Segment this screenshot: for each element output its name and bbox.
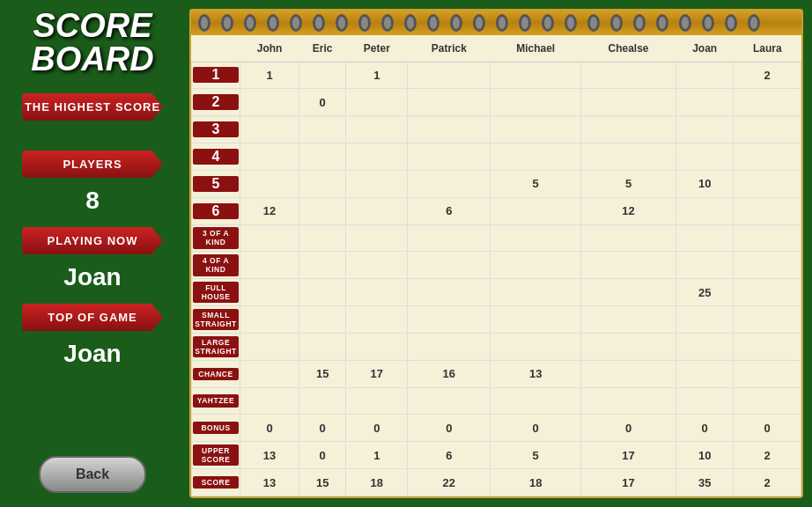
score-cell bbox=[581, 143, 676, 171]
ring-22 bbox=[679, 14, 691, 32]
ring-8 bbox=[358, 14, 371, 32]
score-cell bbox=[734, 224, 801, 252]
ring-2 bbox=[221, 14, 233, 32]
score-cell bbox=[346, 279, 408, 306]
score-cell bbox=[408, 279, 491, 306]
score-cell bbox=[675, 360, 734, 387]
score-cell bbox=[491, 89, 581, 116]
table-row: BONUS00000000 bbox=[192, 415, 801, 442]
score-cell bbox=[734, 387, 801, 415]
score-cell bbox=[299, 143, 346, 171]
ring-15 bbox=[519, 14, 531, 32]
score-cell bbox=[581, 360, 676, 387]
table-row: SCORE131518221817352 bbox=[192, 469, 801, 496]
score-cell: 5 bbox=[491, 442, 581, 469]
score-cell: 10 bbox=[675, 170, 734, 197]
table-row: 3 OF A KIND bbox=[192, 224, 801, 252]
score-cell bbox=[675, 387, 734, 415]
score-cell: 0 bbox=[734, 415, 801, 442]
score-cell: 12 bbox=[240, 197, 299, 224]
score-cell bbox=[734, 197, 801, 224]
score-cell bbox=[240, 170, 299, 197]
score-cell bbox=[299, 224, 346, 252]
score-cell bbox=[675, 197, 734, 224]
col-header-chealse: Chealse bbox=[581, 35, 676, 62]
score-table-container: JohnEricPeterPatrickMichaelChealseJoanLa… bbox=[191, 35, 801, 496]
players-button[interactable]: PLAYERS bbox=[22, 151, 163, 178]
ring-21 bbox=[656, 14, 668, 32]
col-header-joan: Joan bbox=[675, 35, 734, 62]
score-cell bbox=[734, 252, 801, 279]
players-value: 8 bbox=[85, 187, 100, 215]
score-cell: 1 bbox=[346, 62, 408, 89]
score-cell: 17 bbox=[346, 360, 408, 387]
score-cell: 6 bbox=[408, 197, 491, 224]
top-of-game-button[interactable]: TOP OF GAME bbox=[22, 304, 163, 331]
ring-16 bbox=[542, 14, 554, 32]
ring-23 bbox=[702, 14, 714, 32]
score-cell: 17 bbox=[581, 469, 676, 496]
row-label-cell: 6 bbox=[192, 197, 240, 224]
row-label: BONUS bbox=[193, 422, 239, 434]
score-cell bbox=[240, 387, 299, 415]
row-label-cell: CHANCE bbox=[192, 360, 240, 387]
score-cell bbox=[346, 116, 408, 143]
col-header-michael: Michael bbox=[491, 35, 581, 62]
score-cell bbox=[408, 170, 491, 197]
ring-1 bbox=[198, 14, 210, 32]
row-label: 4 OF A KIND bbox=[193, 254, 239, 276]
score-cell bbox=[408, 143, 491, 171]
score-cell bbox=[240, 89, 299, 116]
score-cell bbox=[581, 89, 676, 116]
ring-12 bbox=[450, 14, 462, 32]
back-button[interactable]: Back bbox=[39, 456, 146, 493]
playing-now-button[interactable]: PLAYING NOW bbox=[22, 227, 163, 254]
score-cell bbox=[734, 116, 801, 143]
row-label-cell: 5 bbox=[192, 170, 240, 197]
score-cell: 0 bbox=[491, 415, 581, 442]
score-cell: 13 bbox=[240, 469, 299, 496]
row-label-cell: FULLHOUSE bbox=[192, 279, 240, 306]
row-label: 3 OF A KIND bbox=[193, 227, 239, 248]
score-cell bbox=[581, 116, 676, 143]
row-label-cell: 4 bbox=[192, 143, 240, 171]
score-cell bbox=[491, 197, 581, 224]
score-cell bbox=[675, 143, 734, 171]
ring-14 bbox=[496, 14, 508, 32]
score-cell bbox=[491, 143, 581, 171]
score-cell bbox=[675, 306, 734, 334]
table-row: 3 bbox=[192, 116, 801, 143]
score-cell bbox=[346, 197, 408, 224]
col-header-eric: Eric bbox=[299, 35, 346, 62]
row-label: 4 bbox=[193, 149, 239, 165]
score-cell: 0 bbox=[299, 89, 346, 116]
score-cell bbox=[299, 333, 346, 360]
score-cell bbox=[240, 224, 299, 252]
score-cell bbox=[581, 279, 676, 306]
score-cell bbox=[240, 279, 299, 306]
score-cell bbox=[675, 224, 734, 252]
score-cell bbox=[346, 170, 408, 197]
score-cell: 0 bbox=[346, 415, 408, 442]
score-cell: 2 bbox=[734, 442, 801, 469]
ring-10 bbox=[404, 14, 417, 32]
table-row: SMALLSTRAIGHT bbox=[192, 306, 801, 334]
score-cell: 35 bbox=[675, 469, 734, 496]
score-cell bbox=[408, 387, 491, 415]
score-cell bbox=[491, 306, 581, 334]
score-cell: 1 bbox=[346, 442, 408, 469]
score-cell: 0 bbox=[408, 415, 491, 442]
top-of-game-value: Joan bbox=[63, 340, 121, 368]
score-cell bbox=[581, 333, 676, 360]
row-label: FULLHOUSE bbox=[193, 282, 239, 303]
score-cell bbox=[240, 252, 299, 279]
score-cell bbox=[581, 387, 676, 415]
col-header-john: John bbox=[240, 35, 299, 62]
score-cell bbox=[675, 89, 734, 116]
highest-score-button[interactable]: THE HIGHEST SCORE bbox=[22, 93, 163, 121]
ring-3 bbox=[244, 14, 256, 32]
score-cell bbox=[675, 252, 734, 279]
score-cell: 18 bbox=[346, 469, 408, 496]
score-cell bbox=[491, 279, 581, 306]
table-row: FULLHOUSE25 bbox=[192, 279, 801, 306]
